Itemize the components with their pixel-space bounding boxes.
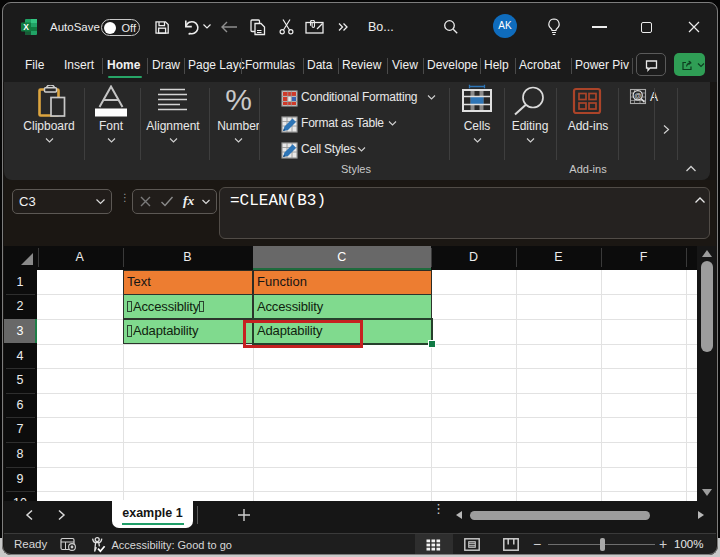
svg-text:X: X [23,22,29,32]
svg-text:@: @ [634,92,641,99]
